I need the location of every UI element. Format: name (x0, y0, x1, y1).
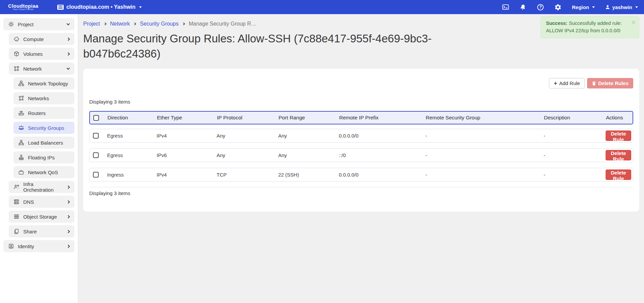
sidebar-item-label: Compute (23, 36, 44, 42)
sidebar-item-label: Load Balancers (28, 140, 63, 146)
toast-detail: ALLOW IPv4 22/tcp from 0.0.0.0/0 (546, 27, 629, 35)
row-checkbox[interactable] (93, 152, 99, 158)
sidebar-item-label: Identity (18, 243, 34, 249)
row-checkbox[interactable] (93, 172, 99, 178)
chevron-right-icon (133, 23, 136, 25)
delete-rule-button[interactable]: Delete Rule (606, 130, 631, 141)
plus-icon: + (554, 80, 557, 86)
chevron-right-icon (182, 23, 185, 25)
table-row: Egress IPv6 Any Any ::/0 - - Delete Rule (89, 148, 633, 162)
breadcrumb-current: Manage Security Group R… (189, 21, 256, 27)
sidebar-item-dns[interactable]: DNS (9, 196, 74, 208)
cell-ip-protocol: Any (217, 152, 278, 158)
cell-ether-type: IPv4 (157, 172, 217, 178)
sidebar-item-label: Volumes (23, 51, 43, 57)
sidebar: Project Compute Volumes Network Network … (0, 14, 78, 303)
cell-remote-ip-prefix: 0.0.0.0/0 (339, 172, 425, 178)
username-label: yashwin (612, 4, 632, 10)
items-count-bottom: Displaying 3 items (89, 190, 633, 196)
chevron-right-icon (67, 230, 70, 233)
column-header: Remote IP Prefix (339, 115, 426, 121)
sitemap-icon (18, 80, 25, 86)
bars-icon (13, 214, 20, 220)
cell-remote-ip-prefix: ::/0 (339, 152, 425, 158)
sidebar-item-label: Infra Orchestration (23, 181, 64, 193)
sidebar-item-networks[interactable]: Networks (13, 92, 74, 104)
person-gear-icon (13, 184, 20, 190)
cell-port-range: 22 (SSH) (278, 172, 339, 178)
project-context-switcher[interactable]: cloudtopiaa.com • Yashwin (57, 4, 142, 10)
sidebar-item-share[interactable]: Share (9, 225, 74, 237)
delete-rule-button[interactable]: Delete Rule (606, 150, 631, 160)
brand-logo[interactable]: Cloudtopiaa Your Cloud Partner (8, 3, 38, 11)
sidebar-item-label: Network QoS (28, 169, 58, 175)
success-toast: Success: Successfully added rule: ALLOW … (541, 16, 639, 38)
column-header: Port Range (279, 115, 339, 121)
sidebar-item-routers[interactable]: Routers (13, 107, 74, 119)
people-shield-icon (18, 125, 25, 131)
cell-description: - (544, 172, 606, 178)
breadcrumb-security-groups[interactable]: Security Groups (140, 21, 179, 27)
context-list-icon (57, 5, 64, 10)
sidebar-item-label: Networks (28, 96, 49, 101)
chevron-right-icon (67, 245, 70, 248)
table-row: Ingress IPv4 TCP 22 (SSH) 0.0.0.0/0 - - … (89, 168, 633, 182)
notifications-bell-icon[interactable] (519, 3, 527, 11)
document-icon (13, 228, 20, 234)
sidebar-item-object-storage[interactable]: Object Storage (9, 211, 74, 223)
id-badge-icon (8, 243, 14, 249)
sidebar-item-load-balancers[interactable]: Load Balancers (13, 137, 74, 149)
toast-prefix: Success: (546, 21, 568, 26)
column-header: Ether Type (157, 115, 217, 121)
rules-panel: + Add Rule Delete Rules Displaying 3 ite… (83, 69, 639, 212)
breadcrumb-project[interactable]: Project (83, 21, 100, 27)
items-count-top: Displaying 3 items (89, 99, 633, 105)
row-checkbox[interactable] (93, 133, 99, 139)
sidebar-item-security-groups[interactable]: Security Groups (13, 122, 74, 134)
toolbar: + Add Rule Delete Rules (89, 78, 633, 88)
page-title: Manage Security Group Rules: Allow-SSH (… (83, 31, 460, 61)
sidebar-item-volumes[interactable]: Volumes (9, 48, 74, 60)
help-icon[interactable]: ? (537, 3, 544, 11)
cell-description: - (544, 133, 606, 139)
column-header: Description (544, 115, 606, 121)
breadcrumb-network[interactable]: Network (110, 21, 130, 27)
sidebar-item-network[interactable]: Network (9, 63, 74, 75)
settings-gear-icon[interactable] (554, 3, 562, 11)
chevron-right-icon (67, 216, 70, 218)
cell-ether-type: IPv4 (157, 133, 217, 139)
cell-direction: Egress (107, 152, 157, 158)
cell-ip-protocol: Any (217, 133, 278, 139)
sitemap-icon (18, 140, 25, 146)
add-rule-button[interactable]: + Add Rule (549, 78, 585, 88)
briefcase-icon (18, 169, 25, 175)
sidebar-item-identity[interactable]: Identity (3, 240, 74, 252)
delete-rules-button[interactable]: Delete Rules (587, 78, 633, 88)
main-content: Success: Successfully added rule: ALLOW … (78, 14, 644, 303)
sidebar-item-infra-orchestration[interactable]: Infra Orchestration (9, 181, 74, 193)
console-icon[interactable] (502, 3, 509, 11)
sidebar-item-label: Network Topology (28, 81, 68, 86)
sidebar-item-label: Network (23, 66, 42, 72)
cell-remote-security-group: - (425, 152, 544, 158)
sidebar-item-compute[interactable]: Compute (9, 33, 74, 45)
sidebar-item-label: DNS (23, 199, 34, 205)
sidebar-item-network-qos[interactable]: Network QoS (13, 166, 74, 178)
sidebar-item-network-topology[interactable]: Network Topology (13, 77, 74, 89)
select-all-checkbox[interactable] (93, 115, 99, 121)
sidebar-item-project[interactable]: Project (3, 18, 74, 30)
chevron-right-icon (104, 23, 106, 25)
user-menu[interactable]: yashwin (605, 4, 638, 10)
chevron-right-icon (67, 38, 70, 40)
delete-rule-button[interactable]: Delete Rule (606, 169, 631, 180)
region-menu[interactable]: Region (572, 4, 595, 10)
ip-stack-icon (18, 154, 25, 160)
column-header: Direction (107, 115, 157, 121)
network-nodes-icon (18, 95, 25, 101)
caret-down-icon (635, 6, 638, 8)
cell-remote-security-group: - (425, 172, 544, 178)
caret-down-icon (592, 6, 595, 8)
chevron-right-icon (67, 201, 70, 203)
close-icon[interactable]: ✕ (631, 19, 636, 27)
sidebar-item-floating-ips[interactable]: Floating IPs (13, 151, 74, 163)
